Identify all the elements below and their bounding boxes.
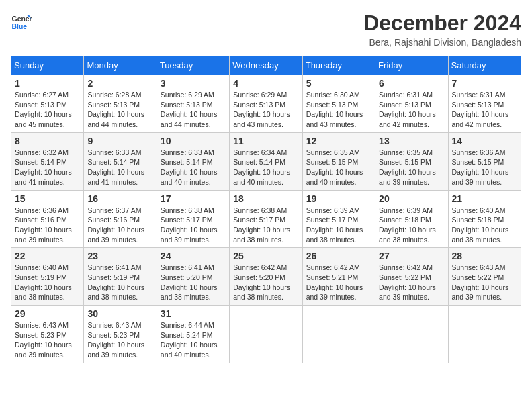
day-number: 18 bbox=[233, 193, 298, 204]
day-number: 29 bbox=[15, 308, 80, 319]
day-info: Sunrise: 6:34 AM Sunset: 5:14 PM Dayligh… bbox=[233, 148, 298, 187]
table-row: 12 Sunrise: 6:35 AM Sunset: 5:15 PM Dayl… bbox=[302, 132, 375, 190]
table-row: 10 Sunrise: 6:33 AM Sunset: 5:14 PM Dayl… bbox=[157, 132, 229, 190]
col-thursday: Thursday bbox=[302, 56, 375, 75]
table-row: 1 Sunrise: 6:27 AM Sunset: 5:13 PM Dayli… bbox=[11, 75, 84, 133]
table-row bbox=[448, 306, 521, 363]
calendar-week-2: 8 Sunrise: 6:32 AM Sunset: 5:14 PM Dayli… bbox=[11, 132, 521, 190]
day-number: 12 bbox=[306, 136, 371, 146]
page-header: General Blue General Blue December 2024 … bbox=[11, 11, 521, 48]
day-number: 14 bbox=[452, 136, 517, 146]
table-row: 18 Sunrise: 6:38 AM Sunset: 5:17 PM Dayl… bbox=[230, 190, 302, 248]
table-row: 3 Sunrise: 6:29 AM Sunset: 5:13 PM Dayli… bbox=[157, 75, 229, 133]
day-info: Sunrise: 6:33 AM Sunset: 5:14 PM Dayligh… bbox=[87, 148, 152, 187]
table-row: 4 Sunrise: 6:29 AM Sunset: 5:13 PM Dayli… bbox=[230, 75, 302, 133]
day-info: Sunrise: 6:38 AM Sunset: 5:17 PM Dayligh… bbox=[161, 205, 226, 245]
calendar-week-1: 1 Sunrise: 6:27 AM Sunset: 5:13 PM Dayli… bbox=[11, 75, 521, 133]
table-row: 29 Sunrise: 6:43 AM Sunset: 5:23 PM Dayl… bbox=[11, 306, 84, 363]
day-info: Sunrise: 6:35 AM Sunset: 5:15 PM Dayligh… bbox=[379, 148, 444, 187]
day-number: 15 bbox=[15, 193, 80, 204]
day-info: Sunrise: 6:39 AM Sunset: 5:17 PM Dayligh… bbox=[306, 205, 371, 245]
col-saturday: Saturday bbox=[448, 56, 521, 75]
day-info: Sunrise: 6:40 AM Sunset: 5:19 PM Dayligh… bbox=[15, 263, 80, 302]
table-row: 25 Sunrise: 6:42 AM Sunset: 5:20 PM Dayl… bbox=[230, 248, 302, 306]
logo-icon: General Blue bbox=[11, 11, 32, 32]
day-number: 2 bbox=[87, 78, 152, 89]
day-number: 5 bbox=[306, 78, 371, 89]
col-wednesday: Wednesday bbox=[230, 56, 302, 75]
day-number: 11 bbox=[233, 136, 298, 146]
day-number: 13 bbox=[379, 136, 444, 146]
day-number: 4 bbox=[233, 78, 298, 89]
table-row: 6 Sunrise: 6:31 AM Sunset: 5:13 PM Dayli… bbox=[375, 75, 448, 133]
day-info: Sunrise: 6:29 AM Sunset: 5:13 PM Dayligh… bbox=[161, 90, 226, 130]
table-row: 7 Sunrise: 6:31 AM Sunset: 5:13 PM Dayli… bbox=[448, 75, 521, 133]
table-row: 19 Sunrise: 6:39 AM Sunset: 5:17 PM Dayl… bbox=[302, 190, 375, 248]
day-number: 22 bbox=[15, 250, 80, 261]
day-info: Sunrise: 6:36 AM Sunset: 5:16 PM Dayligh… bbox=[15, 205, 80, 245]
day-number: 8 bbox=[15, 136, 80, 146]
day-number: 21 bbox=[452, 193, 517, 204]
table-row bbox=[230, 306, 302, 363]
day-info: Sunrise: 6:41 AM Sunset: 5:20 PM Dayligh… bbox=[161, 263, 226, 302]
table-row bbox=[302, 306, 375, 363]
day-number: 10 bbox=[161, 136, 226, 146]
day-info: Sunrise: 6:35 AM Sunset: 5:15 PM Dayligh… bbox=[306, 148, 371, 187]
calendar-week-3: 15 Sunrise: 6:36 AM Sunset: 5:16 PM Dayl… bbox=[11, 190, 521, 248]
day-info: Sunrise: 6:39 AM Sunset: 5:18 PM Dayligh… bbox=[379, 205, 444, 245]
day-number: 6 bbox=[379, 78, 444, 89]
table-row: 28 Sunrise: 6:43 AM Sunset: 5:22 PM Dayl… bbox=[448, 248, 521, 306]
table-row: 24 Sunrise: 6:41 AM Sunset: 5:20 PM Dayl… bbox=[157, 248, 229, 306]
table-row: 8 Sunrise: 6:32 AM Sunset: 5:14 PM Dayli… bbox=[11, 132, 84, 190]
day-info: Sunrise: 6:42 AM Sunset: 5:20 PM Dayligh… bbox=[233, 263, 298, 302]
location: Bera, Rajshahi Division, Bangladesh bbox=[363, 37, 521, 48]
table-row: 5 Sunrise: 6:30 AM Sunset: 5:13 PM Dayli… bbox=[302, 75, 375, 133]
table-row: 13 Sunrise: 6:35 AM Sunset: 5:15 PM Dayl… bbox=[375, 132, 448, 190]
calendar-week-4: 22 Sunrise: 6:40 AM Sunset: 5:19 PM Dayl… bbox=[11, 248, 521, 306]
table-row: 22 Sunrise: 6:40 AM Sunset: 5:19 PM Dayl… bbox=[11, 248, 84, 306]
day-info: Sunrise: 6:32 AM Sunset: 5:14 PM Dayligh… bbox=[15, 148, 80, 187]
table-row: 23 Sunrise: 6:41 AM Sunset: 5:19 PM Dayl… bbox=[84, 248, 157, 306]
day-info: Sunrise: 6:42 AM Sunset: 5:21 PM Dayligh… bbox=[306, 263, 371, 302]
day-number: 9 bbox=[87, 136, 152, 146]
day-info: Sunrise: 6:30 AM Sunset: 5:13 PM Dayligh… bbox=[306, 90, 371, 130]
col-friday: Friday bbox=[375, 56, 448, 75]
table-row: 16 Sunrise: 6:37 AM Sunset: 5:16 PM Dayl… bbox=[84, 190, 157, 248]
table-row: 26 Sunrise: 6:42 AM Sunset: 5:21 PM Dayl… bbox=[302, 248, 375, 306]
table-row: 15 Sunrise: 6:36 AM Sunset: 5:16 PM Dayl… bbox=[11, 190, 84, 248]
day-number: 3 bbox=[161, 78, 226, 89]
day-info: Sunrise: 6:40 AM Sunset: 5:18 PM Dayligh… bbox=[452, 205, 517, 245]
day-info: Sunrise: 6:36 AM Sunset: 5:15 PM Dayligh… bbox=[452, 148, 517, 187]
day-number: 28 bbox=[452, 250, 517, 261]
day-info: Sunrise: 6:27 AM Sunset: 5:13 PM Dayligh… bbox=[15, 90, 80, 130]
calendar-week-5: 29 Sunrise: 6:43 AM Sunset: 5:23 PM Dayl… bbox=[11, 306, 521, 363]
svg-text:Blue: Blue bbox=[12, 23, 28, 30]
table-row: 9 Sunrise: 6:33 AM Sunset: 5:14 PM Dayli… bbox=[84, 132, 157, 190]
table-row: 2 Sunrise: 6:28 AM Sunset: 5:13 PM Dayli… bbox=[84, 75, 157, 133]
logo: General Blue General Blue bbox=[11, 11, 32, 32]
day-info: Sunrise: 6:43 AM Sunset: 5:22 PM Dayligh… bbox=[452, 263, 517, 302]
day-number: 31 bbox=[161, 308, 226, 319]
col-tuesday: Tuesday bbox=[157, 56, 229, 75]
day-info: Sunrise: 6:44 AM Sunset: 5:24 PM Dayligh… bbox=[161, 320, 226, 360]
day-number: 1 bbox=[15, 78, 80, 89]
day-number: 23 bbox=[87, 250, 152, 261]
day-info: Sunrise: 6:41 AM Sunset: 5:19 PM Dayligh… bbox=[87, 263, 152, 302]
table-row bbox=[375, 306, 448, 363]
table-row: 27 Sunrise: 6:42 AM Sunset: 5:22 PM Dayl… bbox=[375, 248, 448, 306]
day-info: Sunrise: 6:29 AM Sunset: 5:13 PM Dayligh… bbox=[233, 90, 298, 130]
day-info: Sunrise: 6:38 AM Sunset: 5:17 PM Dayligh… bbox=[233, 205, 298, 245]
day-number: 19 bbox=[306, 193, 371, 204]
day-info: Sunrise: 6:43 AM Sunset: 5:23 PM Dayligh… bbox=[15, 320, 80, 360]
table-row: 14 Sunrise: 6:36 AM Sunset: 5:15 PM Dayl… bbox=[448, 132, 521, 190]
title-section: December 2024 Bera, Rajshahi Division, B… bbox=[363, 11, 521, 48]
day-number: 27 bbox=[379, 250, 444, 261]
day-info: Sunrise: 6:28 AM Sunset: 5:13 PM Dayligh… bbox=[87, 90, 152, 130]
day-number: 17 bbox=[161, 193, 226, 204]
table-row: 30 Sunrise: 6:43 AM Sunset: 5:23 PM Dayl… bbox=[84, 306, 157, 363]
day-info: Sunrise: 6:37 AM Sunset: 5:16 PM Dayligh… bbox=[87, 205, 152, 245]
day-info: Sunrise: 6:42 AM Sunset: 5:22 PM Dayligh… bbox=[379, 263, 444, 302]
col-monday: Monday bbox=[84, 56, 157, 75]
day-info: Sunrise: 6:31 AM Sunset: 5:13 PM Dayligh… bbox=[452, 90, 517, 130]
day-info: Sunrise: 6:33 AM Sunset: 5:14 PM Dayligh… bbox=[161, 148, 226, 187]
